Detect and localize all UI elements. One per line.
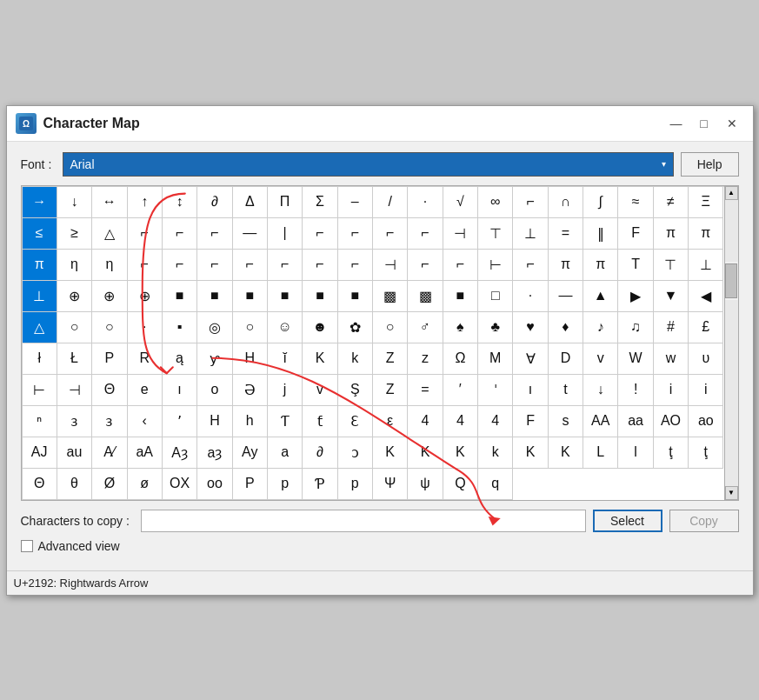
char-cell[interactable]: Ł — [57, 343, 92, 375]
char-cell[interactable]: ⌐ — [408, 250, 443, 281]
char-cell[interactable]: ƴ — [197, 343, 232, 375]
char-cell[interactable]: Ξ — [689, 187, 723, 218]
char-cell[interactable]: i — [689, 375, 723, 406]
char-cell[interactable]: ⌐ — [373, 218, 408, 250]
char-cell[interactable]: ⌐ — [443, 250, 478, 281]
char-cell[interactable]: ⌐ — [197, 218, 232, 250]
char-cell[interactable]: ↓ — [57, 187, 92, 218]
char-cell[interactable]: Δ — [233, 187, 268, 218]
char-cell[interactable]: ⌐ — [268, 250, 303, 281]
char-cell[interactable]: ʼ — [163, 406, 197, 437]
char-cell[interactable]: £ — [689, 312, 723, 343]
char-cell[interactable]: K — [303, 343, 337, 375]
char-cell[interactable]: ■ — [268, 281, 303, 312]
char-cell[interactable]: ▩ — [408, 281, 443, 312]
char-cell[interactable]: k — [338, 343, 373, 375]
char-cell[interactable]: ! — [618, 375, 653, 406]
char-cell[interactable]: ⊤ — [654, 250, 689, 281]
char-cell[interactable]: ■ — [233, 281, 268, 312]
char-cell[interactable]: aa — [618, 406, 653, 437]
char-cell[interactable]: R — [128, 343, 163, 375]
char-cell[interactable]: ⊣ — [373, 250, 408, 281]
char-cell[interactable]: ′ — [443, 375, 478, 406]
char-cell[interactable]: o — [197, 375, 232, 406]
scroll-up-button[interactable]: ▲ — [725, 186, 738, 200]
scrollbar[interactable]: ▲ ▼ — [724, 186, 738, 500]
char-cell[interactable]: ‖ — [583, 218, 618, 250]
copy-button[interactable]: Copy — [669, 510, 739, 532]
char-cell[interactable]: ○ — [233, 312, 268, 343]
char-cell[interactable]: ⌐ — [338, 218, 373, 250]
char-cell[interactable]: 4 — [443, 406, 478, 437]
char-cell[interactable]: w — [654, 343, 689, 375]
char-cell[interactable]: s — [549, 406, 583, 437]
help-button[interactable]: Help — [681, 152, 739, 177]
char-cell[interactable]: ⊣ — [443, 218, 478, 250]
char-cell[interactable]: ♥ — [513, 312, 548, 343]
char-cell[interactable]: π — [689, 218, 723, 250]
char-cell[interactable]: ɔ — [338, 437, 373, 469]
char-cell[interactable]: ɜ — [57, 406, 92, 437]
char-cell[interactable]: Ş — [338, 375, 373, 406]
scroll-thumb[interactable] — [725, 263, 737, 298]
char-cell[interactable]: ø — [128, 469, 163, 500]
char-cell[interactable]: ao — [689, 406, 723, 437]
char-cell[interactable]: ♣ — [478, 312, 513, 343]
char-cell[interactable]: ⌐ — [197, 250, 232, 281]
char-cell[interactable]: ♫ — [618, 312, 653, 343]
char-cell[interactable]: e — [128, 375, 163, 406]
char-cell[interactable]: v — [583, 343, 618, 375]
char-cell[interactable]: i — [654, 375, 689, 406]
char-cell[interactable]: ≤ — [23, 218, 57, 250]
char-cell[interactable]: ⌐ — [303, 250, 337, 281]
char-cell[interactable]: K — [549, 437, 583, 469]
char-cell[interactable]: ▼ — [654, 281, 689, 312]
char-cell[interactable]: ▩ — [373, 281, 408, 312]
char-cell[interactable]: ↑ — [128, 187, 163, 218]
char-cell[interactable]: AO — [654, 406, 689, 437]
char-cell[interactable]: p — [268, 469, 303, 500]
char-cell[interactable]: ⊥ — [23, 281, 57, 312]
char-cell[interactable]: Z — [373, 343, 408, 375]
char-cell[interactable]: ▲ — [583, 281, 618, 312]
char-cell[interactable]: π — [583, 250, 618, 281]
char-cell[interactable]: ○ — [92, 312, 127, 343]
char-cell[interactable]: — — [549, 281, 583, 312]
char-cell[interactable]: oo — [197, 469, 232, 500]
char-cell[interactable]: — — [233, 218, 268, 250]
char-cell[interactable]: ■ — [338, 281, 373, 312]
char-cell[interactable]: ○ — [57, 312, 92, 343]
char-cell[interactable]: a — [268, 437, 303, 469]
char-cell[interactable]: · — [513, 281, 548, 312]
char-cell[interactable]: ⁿ — [23, 406, 57, 437]
char-cell[interactable]: ⌐ — [303, 218, 337, 250]
char-cell[interactable]: K — [443, 437, 478, 469]
char-cell[interactable]: ✿ — [338, 312, 373, 343]
char-cell[interactable]: ı — [513, 375, 548, 406]
close-button[interactable]: ✕ — [720, 114, 744, 133]
char-cell[interactable]: – — [338, 187, 373, 218]
char-cell[interactable]: aȝ — [197, 437, 232, 469]
char-cell[interactable]: ■ — [197, 281, 232, 312]
char-cell[interactable]: Ω — [443, 343, 478, 375]
char-cell[interactable]: k — [478, 437, 513, 469]
char-cell[interactable]: v — [303, 375, 337, 406]
char-cell[interactable]: ∫ — [583, 187, 618, 218]
scroll-down-button[interactable]: ▼ — [725, 486, 738, 500]
advanced-view-checkbox[interactable] — [21, 540, 33, 552]
char-cell[interactable]: = — [408, 375, 443, 406]
char-cell[interactable]: # — [654, 312, 689, 343]
char-cell[interactable]: Θ — [23, 469, 57, 500]
char-cell[interactable]: l — [618, 437, 653, 469]
char-cell[interactable]: / — [373, 187, 408, 218]
char-cell[interactable]: ≈ — [618, 187, 653, 218]
char-cell[interactable]: ♦ — [549, 312, 583, 343]
char-cell[interactable]: ☺ — [268, 312, 303, 343]
char-cell[interactable]: Ø — [92, 469, 127, 500]
char-cell[interactable]: H — [197, 406, 232, 437]
char-cell[interactable]: ↕ — [163, 187, 197, 218]
char-cell[interactable]: ⌐ — [128, 218, 163, 250]
char-cell[interactable]: ⌐ — [513, 187, 548, 218]
char-cell[interactable]: AJ — [23, 437, 57, 469]
char-cell[interactable]: q — [478, 469, 513, 500]
